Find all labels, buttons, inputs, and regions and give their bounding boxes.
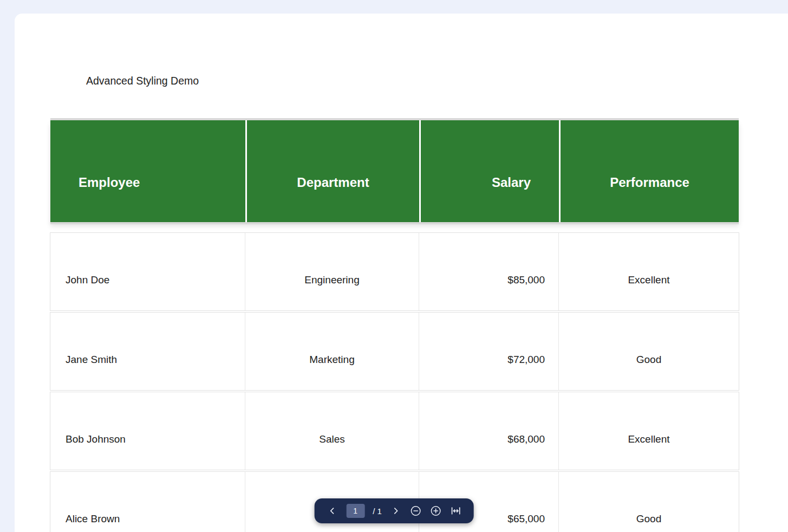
next-page-button[interactable] xyxy=(390,505,402,517)
column-header-salary: Salary xyxy=(419,120,559,222)
zoom-in-icon xyxy=(430,505,442,517)
table-cell-performance: Excellent xyxy=(559,392,739,470)
table-cell-employee: Alice Brown xyxy=(50,472,245,532)
table-cell-employee: John Doe xyxy=(50,233,245,310)
zoom-in-button[interactable] xyxy=(430,505,442,517)
employee-table: Employee Department Salary Performance J… xyxy=(50,120,739,532)
table-cell-department: Sales xyxy=(245,392,419,470)
table-cell-performance: Excellent xyxy=(559,233,739,310)
column-header-performance: Performance xyxy=(559,120,739,222)
fit-width-icon xyxy=(451,505,461,516)
page-number-input[interactable]: 1 xyxy=(346,504,364,518)
table-cell-department: Engineering xyxy=(245,233,419,310)
table-cell-salary: $72,000 xyxy=(419,313,559,390)
table-row: Bob Johnson Sales $68,000 Excellent xyxy=(50,392,739,470)
table-cell-employee: Bob Johnson xyxy=(50,392,245,470)
viewer-background: Advanced Styling Demo Employee Departmen… xyxy=(0,0,788,532)
table-header-row: Employee Department Salary Performance xyxy=(50,120,739,222)
chevron-right-icon xyxy=(391,506,401,516)
table-cell-performance: Good xyxy=(559,472,739,532)
table-body: John Doe Engineering $85,000 Excellent J… xyxy=(50,233,739,532)
page-count-label: / 1 xyxy=(373,507,382,516)
table-row: John Doe Engineering $85,000 Excellent xyxy=(50,233,739,310)
table-cell-salary: $85,000 xyxy=(419,233,559,310)
fit-width-button[interactable] xyxy=(450,505,462,517)
column-header-department: Department xyxy=(245,120,419,222)
document-page: Advanced Styling Demo Employee Departmen… xyxy=(15,14,788,532)
pdf-toolbar: 1 / 1 xyxy=(314,498,474,523)
table-row: Jane Smith Marketing $72,000 Good xyxy=(50,313,739,390)
table-cell-employee: Jane Smith xyxy=(50,313,245,390)
zoom-out-icon xyxy=(410,505,422,517)
previous-page-button[interactable] xyxy=(326,505,338,517)
table-cell-department: Marketing xyxy=(245,313,419,390)
zoom-out-button[interactable] xyxy=(410,505,422,517)
chevron-left-icon xyxy=(327,506,337,516)
document-title: Advanced Styling Demo xyxy=(86,74,199,87)
column-header-employee: Employee xyxy=(50,120,245,222)
table-cell-salary: $68,000 xyxy=(419,392,559,470)
table-cell-performance: Good xyxy=(559,313,739,390)
